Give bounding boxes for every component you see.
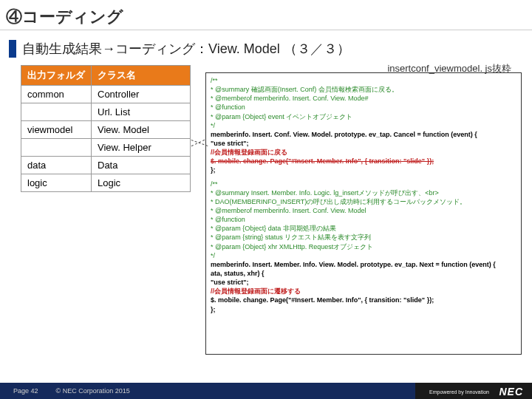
code-comment: * @param {Object} xhr XMLHttp. Requestオブ… [211, 242, 516, 251]
code-comment: * DAO(MEMBERINFO_INSERT)の呼び出し成功時に利用するコール… [211, 197, 516, 206]
table-row: viewmodelView. Model [21, 121, 191, 139]
footer-bar: Page 42 © NEC Corporation 2015 Empowered… [0, 383, 532, 399]
code-line: ata, status, xhr) { [211, 270, 265, 277]
table-row: Url. List [21, 103, 191, 121]
tagline: Empowered by Innovation [429, 389, 489, 395]
code-line: }; [211, 306, 216, 313]
code-highlight: $. mobile. change. Page("#Insert. Member… [211, 157, 516, 166]
code-comment: * @param {Object} data 非同期処理の結果 [211, 224, 516, 233]
code-line: $. mobile. change. Page("#Insert. Member… [211, 296, 434, 304]
slide-subtitle: 自動生成結果→コーディング：View. Model （３／３） [22, 40, 350, 58]
code-comment: * @summary Insert. Member. Info. Logic. … [211, 188, 516, 197]
code-line: "use strict"; [211, 279, 249, 286]
code-line: memberinfo. Insert. Conf. View. Model. p… [211, 131, 477, 138]
code-line: "use strict"; [211, 140, 249, 147]
copyright: © NEC Corporation 2015 [56, 387, 130, 395]
table-row: logicLogic [21, 174, 191, 192]
code-comment: * @function [211, 215, 516, 224]
code-comment: * @memberof memberinfo. Insert. Conf. Vi… [211, 206, 516, 215]
code-line: memberinfo. Insert. Member. Info. View. … [211, 261, 496, 268]
code-comment: */ [211, 121, 516, 130]
code-comment: * @function [211, 103, 516, 112]
code-comment: * @param {Object} event イベントオブジェクト [211, 112, 516, 121]
code-line: }; [211, 166, 216, 174]
table-row: dataData [21, 157, 191, 174]
code-comment: /** [211, 76, 516, 85]
code-comment: * @param {string} status リクエスト結果を表す文字列 [211, 233, 516, 242]
th-class: クラス名 [92, 66, 191, 86]
page-number: Page 42 [13, 387, 38, 395]
table-row: View. Helper [21, 139, 191, 157]
code-comment: * @memberof memberinfo. Insert. Conf. Vi… [211, 94, 516, 103]
th-folder: 出力フォルダ [21, 66, 92, 86]
title-divider [0, 30, 532, 30]
table-row: commonController [21, 86, 191, 103]
slide-title: ④コーディング [6, 6, 123, 28]
brand-logo: NEC [499, 386, 523, 398]
title-bar [9, 40, 16, 58]
code-highlight: //会員情報登録画面に戻る [211, 148, 516, 157]
code-comment: */ [211, 251, 516, 260]
code-panel: /** * @summary 確認画面(Insert. Conf) 会員情報検索… [205, 72, 522, 355]
code-comment: /** [211, 180, 516, 188]
folder-class-table: 出力フォルダ クラス名 commonController Url. List v… [21, 65, 191, 192]
code-comment: * @summary 確認画面(Insert. Conf) 会員情報検索画面に戻… [211, 85, 516, 94]
code-highlight: //会員情報登録画面に遷移する [211, 287, 516, 296]
